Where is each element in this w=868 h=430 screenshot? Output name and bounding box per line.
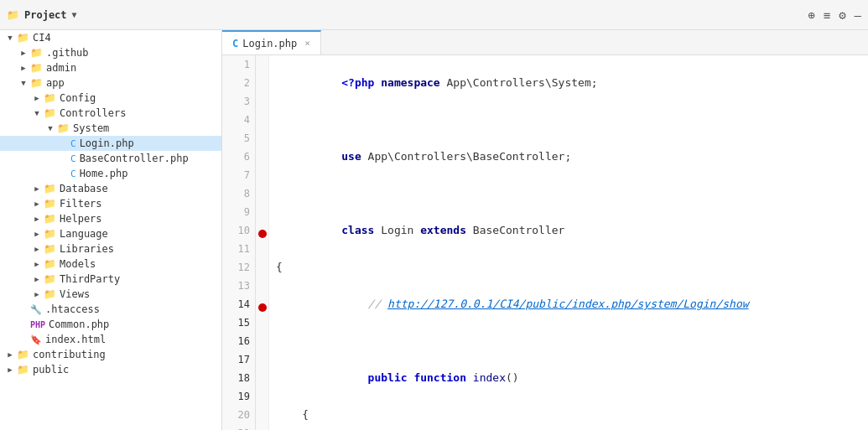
folder-icon: 📁 — [30, 47, 43, 59]
gutter — [256, 55, 269, 430]
sidebar-item-app[interactable]: ▼ 📁 app — [0, 75, 221, 91]
sidebar-item-homephp[interactable]: C Home.php — [0, 166, 221, 181]
sidebar-item-ci4[interactable]: ▼ 📁 CI4 — [0, 30, 221, 45]
code-editor: C Login.php × 1 2 3 4 5 6 7 8 9 10 — [222, 30, 868, 430]
folder-icon: 📁 — [44, 92, 56, 104]
line-number: 14 — [222, 295, 255, 313]
line-number: 2 — [222, 74, 255, 92]
sidebar-item-label: Libraries — [60, 243, 114, 255]
debug-dot — [258, 230, 267, 238]
code-line-11[interactable]: return '曾经沧海难为水, 除却巫山不是云. 取次花丛懒回顾, 半缘修道半… — [269, 424, 868, 430]
line-number: 5 — [222, 129, 255, 148]
folder-icon: 📁 — [44, 183, 56, 194]
tab-loginphp[interactable]: C Login.php × — [222, 30, 321, 54]
folder-icon: 📁 — [44, 273, 56, 285]
project-title: Project — [24, 9, 67, 21]
sidebar-item-loginphp[interactable]: C Login.php — [0, 136, 221, 151]
line-number: 10 — [222, 221, 255, 240]
sidebar-item-thirdparty[interactable]: ▶ 📁 ThirdParty — [0, 272, 221, 287]
line-number: 13 — [222, 277, 255, 295]
code-line-5[interactable]: class Login extends BaseController — [269, 203, 868, 258]
code-line-6[interactable]: { — [269, 258, 868, 277]
line-number: 20 — [222, 406, 255, 424]
line-number: 9 — [222, 203, 255, 221]
code-line-3[interactable]: use App\Controllers\BaseController; — [269, 129, 868, 184]
chevron-right-icon: ▶ — [30, 184, 44, 193]
sidebar-item-label: admin — [46, 62, 76, 74]
sidebar-item-label: Login.php — [80, 137, 134, 149]
folder-icon: 📁 — [57, 122, 70, 134]
line-number: 11 — [222, 240, 255, 258]
sidebar-item-database[interactable]: ▶ 📁 Database — [0, 181, 221, 196]
code-line-10[interactable]: { — [269, 406, 868, 424]
debug-dot-2 — [258, 303, 267, 312]
sidebar-content: ▼ 📁 CI4 ▶ 📁 .github ▶ 📁 admin ▼ 📁 app — [0, 30, 221, 377]
sidebar-item-label: Config — [60, 92, 96, 104]
sidebar-item-label: Home.php — [80, 168, 128, 179]
folder-icon: 📁 — [44, 288, 56, 300]
code-line-4[interactable] — [269, 184, 868, 203]
line-number: 18 — [222, 369, 255, 387]
sidebar-item-basecontroller[interactable]: C BaseController.php — [0, 151, 221, 166]
sidebar-item-models[interactable]: ▶ 📁 Models — [0, 256, 221, 272]
line-numbers: 1 2 3 4 5 6 7 8 9 10 11 12 13 14 15 16 1 — [222, 55, 256, 430]
sidebar-item-indexhtml[interactable]: 🔖 index.html — [0, 332, 221, 347]
chevron-right-icon: ▶ — [3, 350, 17, 359]
sidebar-item-public[interactable]: ▶ 📁 public — [0, 362, 221, 377]
sidebar-item-label: .github — [46, 47, 89, 59]
sidebar-item-controllers[interactable]: ▼ 📁 Controllers — [0, 106, 221, 121]
main-container: ▼ 📁 CI4 ▶ 📁 .github ▶ 📁 admin ▼ 📁 app — [0, 30, 868, 430]
chevron-right-icon: ▶ — [17, 64, 30, 72]
code-lines: <?php namespace App\Controllers\System; … — [269, 55, 868, 430]
line-number: 7 — [222, 166, 255, 184]
sidebar-item-commonphp[interactable]: PHP Common.php — [0, 317, 221, 332]
add-icon[interactable]: ⊕ — [808, 8, 814, 22]
sidebar-item-contributing[interactable]: ▶ 📁 contributing — [0, 347, 221, 362]
sidebar-item-config[interactable]: ▶ 📁 Config — [0, 91, 221, 106]
line-number: 1 — [222, 55, 255, 74]
php-file-icon: C — [70, 168, 76, 179]
line-number: 3 — [222, 92, 255, 111]
sidebar-item-filters[interactable]: ▶ 📁 Filters — [0, 196, 221, 211]
sidebar-item-helpers[interactable]: ▶ 📁 Helpers — [0, 211, 221, 226]
chevron-right-icon: ▶ — [30, 260, 44, 268]
sidebar-item-language[interactable]: ▶ 📁 Language — [0, 226, 221, 241]
settings-icon[interactable]: ⚙ — [839, 8, 845, 22]
chevron-down-icon: ▼ — [17, 79, 30, 87]
chevron-right-icon: ▶ — [30, 245, 44, 253]
folder-icon: 📁 — [17, 364, 29, 376]
minimize-icon[interactable]: — — [855, 8, 861, 22]
line-number: 6 — [222, 148, 255, 166]
close-icon[interactable]: × — [304, 38, 310, 49]
folder-icon: 📁 — [44, 243, 56, 255]
sidebar-item-label: Views — [60, 288, 90, 300]
line-number: 21 — [222, 424, 255, 430]
sidebar-item-views[interactable]: ▶ 📁 Views — [0, 287, 221, 302]
chevron-right-icon: ▶ — [30, 230, 44, 238]
project-icon: 📁 — [7, 9, 19, 21]
sidebar-item-github[interactable]: ▶ 📁 .github — [0, 45, 221, 60]
chevron-right-icon: ▶ — [30, 275, 44, 283]
project-arrow[interactable]: ▼ — [72, 10, 77, 19]
sidebar-item-label: BaseController.php — [80, 153, 189, 164]
code-line-2[interactable] — [269, 111, 868, 129]
chevron-down-icon: ▼ — [3, 34, 17, 42]
php-tab-icon: C — [232, 38, 238, 49]
sidebar-item-htaccess[interactable]: 🔧 .htaccess — [0, 302, 221, 317]
sidebar-item-libraries[interactable]: ▶ 📁 Libraries — [0, 241, 221, 256]
code-line-9[interactable]: public function index() — [269, 350, 868, 406]
line-number: 12 — [222, 258, 255, 277]
code-line-1[interactable]: <?php namespace App\Controllers\System; — [269, 55, 868, 111]
code-line-7[interactable]: // http://127.0.0.1/CI4/public/index.php… — [269, 277, 868, 332]
sidebar: ▼ 📁 CI4 ▶ 📁 .github ▶ 📁 admin ▼ 📁 app — [0, 30, 222, 430]
list-icon[interactable]: ≡ — [824, 8, 830, 22]
line-number: 17 — [222, 350, 255, 369]
chevron-down-icon: ▼ — [30, 109, 44, 117]
chevron-right-icon: ▶ — [30, 94, 44, 102]
sidebar-item-label: contributing — [33, 349, 106, 360]
folder-icon: 📁 — [44, 107, 56, 119]
sidebar-item-system[interactable]: ▼ 📁 System — [0, 121, 221, 136]
code-line-8[interactable] — [269, 332, 868, 350]
sidebar-item-admin[interactable]: ▶ 📁 admin — [0, 60, 221, 75]
php-file-icon: C — [70, 138, 76, 149]
